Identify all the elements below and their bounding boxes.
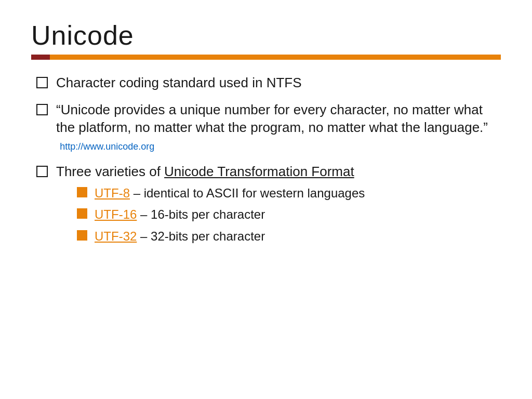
utf16-description: – 16-bits per character	[140, 207, 265, 221]
utf-label: Unicode Transformation Format	[164, 164, 354, 179]
bullet-item-2: “Unicode provides a unique number for ev…	[36, 101, 501, 154]
slide-title: Unicode	[31, 21, 501, 50]
bullet-list: Character coding standard used in NTFS “…	[36, 74, 501, 249]
sub-bullet-item-1: UTF-8 – identical to ASCII for western l…	[77, 185, 501, 201]
checkbox-3	[36, 166, 48, 177]
checkbox-1	[36, 77, 48, 88]
bullet-3-prefix: Three varieties of	[56, 164, 164, 179]
content-area: Character coding standard used in NTFS “…	[31, 74, 501, 249]
sub-checkbox-1	[77, 187, 87, 197]
utf8-description: – identical to ASCII for western languag…	[134, 186, 365, 200]
bullet-text-3: Three varieties of Unicode Transformatio…	[56, 163, 501, 249]
accent-bar-orange	[50, 55, 501, 60]
bullet-text-2: “Unicode provides a unique number for ev…	[56, 101, 501, 154]
checkbox-2	[36, 104, 48, 115]
bullet-2-quote: “Unicode provides a unique number for ev…	[56, 102, 488, 135]
sub-bullet-text-3: UTF-32 – 32-bits per character	[95, 228, 265, 244]
sub-bullet-item-3: UTF-32 – 32-bits per character	[77, 228, 501, 244]
bullet-item-1: Character coding standard used in NTFS	[36, 74, 501, 92]
bullet-text-1: Character coding standard used in NTFS	[56, 74, 501, 92]
utf32-description: – 32-bits per character	[140, 229, 265, 243]
title-area: Unicode	[31, 21, 501, 50]
sub-bullet-text-2: UTF-16 – 16-bits per character	[95, 206, 265, 222]
accent-bar-red	[31, 55, 50, 60]
bullet-item-3: Three varieties of Unicode Transformatio…	[36, 163, 501, 249]
slide: Unicode Character coding standard used i…	[0, 0, 532, 399]
sub-bullet-list: UTF-8 – identical to ASCII for western l…	[56, 185, 501, 244]
sub-bullet-text-1: UTF-8 – identical to ASCII for western l…	[95, 185, 365, 201]
utf32-label: UTF-32	[95, 229, 137, 243]
sub-checkbox-3	[77, 230, 87, 241]
unicode-link[interactable]: http://www.unicode.org	[60, 141, 154, 152]
utf16-label: UTF-16	[95, 207, 137, 221]
utf8-label: UTF-8	[95, 186, 130, 200]
sub-bullet-item-2: UTF-16 – 16-bits per character	[77, 206, 501, 222]
accent-bar	[31, 55, 501, 60]
sub-checkbox-2	[77, 208, 87, 219]
